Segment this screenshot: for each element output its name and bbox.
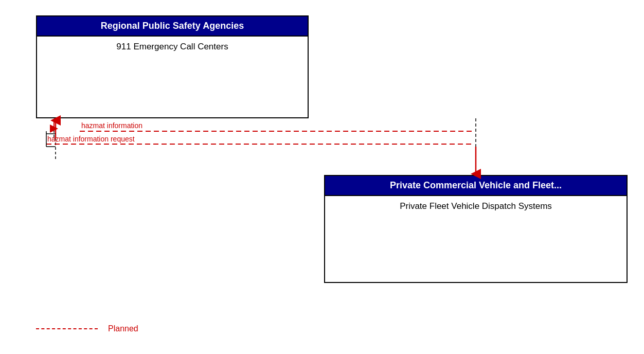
legend-label: Planned <box>108 324 138 333</box>
diagram-container: Regional Public Safety Agencies 911 Emer… <box>0 0 644 354</box>
right-box-header: Private Commercial Vehicle and Fleet... <box>325 176 627 196</box>
svg-text:hazmat information: hazmat information <box>81 121 142 130</box>
right-box: Private Commercial Vehicle and Fleet... … <box>324 175 628 283</box>
svg-text:hazmat information request: hazmat information request <box>47 135 135 143</box>
legend-line <box>36 328 98 329</box>
left-box: Regional Public Safety Agencies 911 Emer… <box>36 15 309 118</box>
legend: Planned <box>36 324 138 333</box>
left-box-content: 911 Emergency Call Centers <box>37 37 308 57</box>
left-box-header: Regional Public Safety Agencies <box>37 16 308 37</box>
right-box-content: Private Fleet Vehicle Dispatch Systems <box>325 196 627 217</box>
